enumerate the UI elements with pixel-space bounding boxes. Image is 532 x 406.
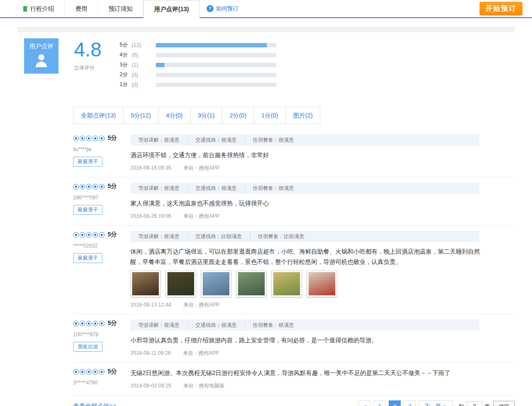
rating-circle-icon [93,232,98,238]
rating-bar-count: (0) [132,72,150,78]
header-tab[interactable]: 费用 [65,0,98,17]
review-date: 2016-08-11 09:26 [130,350,171,356]
rating-circle-icon [93,369,98,375]
itinerary-icon [23,6,27,12]
view-all-reviews-link[interactable]: 查看全部点评>> [73,403,116,406]
lake-sky-photo [203,272,229,295]
review-photo-thumb[interactable] [201,270,231,297]
review-score-label: 5分 [108,368,117,375]
review-content-column: 导游讲解：很满意交通线路：比较满意住宿餐食：比较满意休闲，酒店离万达广场很近，可… [130,231,515,309]
review-tag: 家庭亲子 [73,205,102,215]
review-photo-thumb[interactable] [130,270,161,297]
food-dishes-photo [309,272,335,295]
review-item: 5分*****02532家庭亲子导游讲解：很满意交通线路：比较满意住宿餐食：比较… [73,226,515,314]
rating-bar-row: 4分(0) [120,50,276,60]
rating-circle-icon [80,321,85,326]
rating-circle-icon [80,232,85,238]
review-content-column: 导游讲解：很满意交通线路：很满意住宿餐食：很满意家人很满意，这天泡温泉也不感觉很… [130,183,515,220]
header-tabs: 行程介绍费用预订须知用户点评(13) [13,0,200,17]
review-photo-thumb[interactable] [307,270,337,297]
review-aspects-bar: 导游讲解：很满意交通线路：很满意住宿餐食：很满意 [130,319,479,331]
overall-score-label: 总体评分 [74,64,120,71]
prev-page-button[interactable]: ◀ [359,400,371,406]
rating-circle-icon [80,184,85,189]
header-tab[interactable]: 行程介绍 [13,0,65,17]
review-rating-column: 5分*****02532家庭亲子 [73,231,130,309]
section-divider [17,27,515,32]
review-filter-tab[interactable]: 2分(0) [222,107,254,124]
start-booking-button[interactable]: 开始预订 [479,2,523,15]
rating-bar-row: 5分(12) [120,40,276,50]
review-date: 2016-09-16 09:35 [130,165,171,171]
rating-bar-count: (0) [132,82,150,88]
review-text: 小邢导游认真负责，仔细介绍旅游内容，路上安全管理，有问必答，是一个值得信赖的导游… [130,335,480,345]
review-filter-tab[interactable]: 全部点评(13) [73,107,124,124]
review-source: 来自：携程APP [183,302,220,308]
rating-circle-icon [99,184,105,189]
section-tabbar: 行程介绍费用预订须知用户点评(13) ? 如何预订 开始预订 [0,0,532,18]
page-number-button[interactable]: 2 [389,400,401,406]
review-aspect: 导游讲解：很满意 [130,134,187,146]
review-photos [130,270,515,297]
rating-circle-icon [73,369,79,375]
rating-circle-icon [86,321,92,326]
review-content-column: 导游讲解：很满意交通线路：很满意住宿餐食：很满意小邢导游认真负责，仔细介绍旅游内… [130,319,515,357]
review-rating-column: 5分286****097家庭亲子 [73,183,130,220]
next-page-button[interactable]: 下一页 ▶ [419,400,453,406]
review-meta: 2016-08-26 19:06来自：携程APP [130,213,515,220]
review-filter-tab[interactable]: 图片(2) [286,107,320,124]
rating-bar-fill [156,43,267,47]
rating-circle-icon [93,136,98,141]
header-tab[interactable]: 预订须知 [98,0,143,17]
review-photo-thumb[interactable] [272,270,302,297]
review-photo-thumb[interactable] [236,270,266,297]
rating-bar-track [156,63,276,67]
review-tag: 朋友出游 [73,342,102,352]
page-number-button[interactable]: 1 [374,400,386,406]
tour-detail-page: 行程介绍费用预订须知用户点评(13) ? 如何预订 开始预订 用户点评 4.8 … [0,0,532,406]
review-filter-tab[interactable]: 4分(0) [159,107,191,124]
review-score-row: 5分 [73,183,130,190]
review-aspects-bar: 导游讲解：很满意交通线路：比较满意住宿餐食：比较满意 [130,231,479,242]
review-filter-tab[interactable]: 5分(12) [124,107,159,124]
goto-page-input[interactable] [467,401,482,406]
review-aspect: 导游讲解：很满意 [130,319,187,331]
rating-bar-label: 5分 [120,41,130,49]
header-tab[interactable]: 用户点评(13) [143,0,200,18]
rating-circle-icon [99,232,105,238]
reviews-badge-label: 用户点评 [24,43,59,50]
review-photo-thumb[interactable] [166,270,196,297]
review-filter-tab[interactable]: 1分(0) [254,107,286,124]
goto-page: 到 页 [459,401,490,406]
rating-circle-icon [80,369,85,375]
next-page-label: 下一页 [424,401,441,406]
header-tab-label: 费用 [75,0,87,17]
review-score-row: 5分 [73,368,130,375]
how-to-book-link[interactable]: ? 如何预订 [207,0,238,17]
review-date: 2014-09-02 09:25 [130,383,171,389]
reviews-list: 5分liu****jie家庭亲子导游讲解：很满意交通线路：很满意住宿餐食：很满意… [73,129,515,395]
review-item: 5分100****878朋友出游导游讲解：很满意交通线路：很满意住宿餐食：很满意… [73,314,515,363]
page-unit-label: 页 [485,403,490,406]
riverside-town-photo [238,272,265,295]
overall-score: 4.8 [74,39,120,60]
rating-bar-track [156,73,276,77]
rating-circle-icon [86,136,92,141]
header-tab-label: 用户点评(13) [154,0,189,18]
review-meta: 2016-08-13 12:44来自：携程APP [130,301,515,309]
review-score-label: 5分 [108,231,117,239]
rating-summary: 用户点评 4.8 总体评分 5分(12)4分(0)3分(1)2分(0)1分(0) [24,38,532,90]
page-number-button[interactable]: 3 [404,400,416,406]
review-rating-column: 5分liu****jie家庭亲子 [73,134,130,172]
confirm-button[interactable]: 确定 [493,401,515,406]
rating-circle-icon [73,184,79,189]
rating-bar-row: 1分(0) [120,80,276,90]
review-aspect: 住宿餐食：很满意 [244,319,302,331]
rating-circle-icon [99,321,105,326]
review-item: 5分liu****jie家庭亲子导游讲解：很满意交通线路：很满意住宿餐食：很满意… [73,129,515,177]
review-aspect: 住宿餐食：比较满意 [250,231,312,242]
hotel-room-photo [132,272,159,295]
review-filter-tab[interactable]: 3分(1) [191,107,223,124]
garden-arch-photo [167,272,194,295]
rating-circle-icon [80,136,85,141]
